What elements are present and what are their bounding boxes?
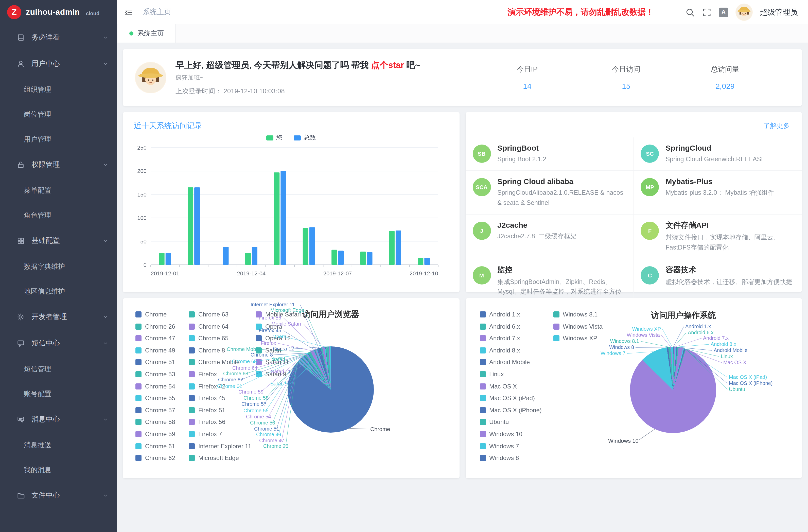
legend-item[interactable]: Windows 8.1 [553,311,603,317]
legend-item[interactable]: Android 8.x [480,347,542,353]
legend-item[interactable]: Opera [256,323,301,329]
legend-item[interactable]: Android 7.x [480,335,542,341]
legend-item[interactable]: Firefox 7 [189,431,251,437]
tech-item-0[interactable]: SBSpringBootSpring Boot 2.1.2 [465,137,634,171]
sidebar-subitem-2-1[interactable]: 角色管理 [0,203,117,228]
legend-item[interactable]: Chrome 64 [189,323,251,329]
tech-item-3[interactable]: MPMybatis-PlusMybatis-plus 3.2.0： Mybati… [634,171,802,215]
legend-label: Windows XP [563,335,597,342]
legend-item[interactable]: Mac OS X (iPad) [480,395,542,401]
profile-avatar[interactable] [135,62,166,93]
sidebar-item-6[interactable]: 消息中心 [0,406,117,433]
tab-home[interactable]: 系统主页 [118,24,176,42]
sidebar-item-5[interactable]: 短信中心 [0,330,117,356]
legend-item[interactable]: Windows Vista [553,323,603,329]
legend-item[interactable]: Firefox 42 [189,383,251,389]
legend-swatch [135,335,142,341]
user-avatar[interactable] [735,3,753,21]
tech-item-5[interactable]: F文件存储API封装文件接口，实现本地存储、阿里云、FastDFS存储的配置化 [634,215,802,259]
legend-item[interactable]: Windows XP [553,335,603,341]
username[interactable]: 超级管理员 [760,7,798,17]
sidebar-item-1[interactable]: 用户中心 [0,51,117,77]
legend-swatch [189,455,195,461]
legend-item[interactable]: Windows 8 [480,455,542,461]
tech-item-4[interactable]: JJ2cacheJ2cache2.7.8: 二级缓存框架 [465,215,634,259]
svg-text:Chrome 49: Chrome 49 [256,432,281,437]
legend-item[interactable]: Chrome 54 [135,383,175,389]
legend-item[interactable]: Android 6.x [480,323,542,329]
legend-item[interactable]: Mac OS X (iPhone) [480,407,542,413]
tech-item-1[interactable]: SCSpringCloudSpring Cloud Greenwich.RELE… [634,137,802,171]
sidebar-subitem-1-0[interactable]: 组织管理 [0,77,117,102]
legend-swatch [553,311,559,317]
legend-item[interactable]: Windows 10 [480,431,542,437]
legend-label: Safari [265,347,281,354]
tech-item-icon: SC [641,145,659,163]
legend-item[interactable]: Chrome 65 [189,335,251,341]
legend-item[interactable]: Safari 11 [256,359,301,365]
book-icon [17,34,25,41]
font-size-icon[interactable] [719,7,728,17]
sidebar-item-0[interactable]: 务必详看 [0,24,117,51]
legend-item[interactable]: Chrome 57 [135,407,175,413]
legend-item[interactable]: Chrome 63 [189,311,251,317]
sidebar-subitem-6-1[interactable]: 我的消息 [0,457,117,482]
star-link[interactable]: 点个star [371,60,404,70]
sidebar-item-4[interactable]: 开发者管理 [0,304,117,330]
legend-item[interactable]: Chrome 8 [189,347,251,353]
legend-item[interactable]: Ubuntu [480,419,542,425]
sidebar-subitem-5-1[interactable]: 账号配置 [0,381,117,406]
legend-item[interactable]: Mac OS X [480,383,542,389]
fullscreen-icon[interactable] [702,7,712,17]
legend-item[interactable]: Chrome 53 [135,371,175,377]
sidebar-item-2[interactable]: 权限管理 [0,152,117,178]
sidebar-item-7[interactable]: 文件中心 [0,482,117,509]
sidebar-subitem-6-0[interactable]: 消息推送 [0,433,117,457]
legend-item[interactable]: Android Mobile [480,359,542,365]
legend-swatch [480,443,486,449]
legend-item[interactable]: Chrome 47 [135,335,175,341]
legend-item[interactable]: Chrome 59 [135,431,175,437]
legend-item[interactable]: Linux [480,371,542,377]
sidebar-subitem-1-1[interactable]: 岗位管理 [0,102,117,127]
sidebar-subitem-2-0[interactable]: 菜单配置 [0,178,117,203]
app-logo[interactable]: Z zuihou-admin cloud [0,0,117,24]
legend-item[interactable]: Firefox [189,371,251,377]
legend-item[interactable]: Chrome 51 [135,359,175,365]
legend-item[interactable]: Firefox 56 [189,419,251,425]
legend-item[interactable]: Chrome Mobile [189,359,251,365]
legend-item[interactable]: Chrome 55 [135,395,175,401]
collapse-menu-icon[interactable] [124,7,133,17]
legend-item[interactable]: Chrome [135,311,175,317]
legend-item[interactable]: Opera 12 [256,335,301,341]
legend-item[interactable]: Firefox 51 [189,407,251,413]
tech-item-title: 文件存储API [666,221,794,230]
legend-item[interactable]: Mobile Safari [256,311,301,317]
sidebar-subitem-5-0[interactable]: 短信管理 [0,356,117,381]
legend-item[interactable]: Chrome 61 [135,443,175,449]
legend-swatch [480,383,486,389]
legend-item[interactable]: Android 1.x [480,311,542,317]
tech-item-2[interactable]: SCASpring Cloud alibabaSpringCloudAlibab… [465,171,634,215]
sidebar-subitem-1-2[interactable]: 用户管理 [0,127,117,152]
sidebar-subitem-3-0[interactable]: 数据字典维护 [0,254,117,279]
legend-item[interactable]: Chrome 49 [135,347,175,353]
os-pie-chart[interactable] [630,347,716,433]
legend-item[interactable]: Windows 7 [480,443,542,449]
learn-more-link[interactable]: 了解更多 [764,121,790,130]
sidebar-item-3[interactable]: 基础配置 [0,228,117,254]
sidebar-subitem-3-1[interactable]: 地区信息维护 [0,279,117,304]
legend-item[interactable]: Chrome 58 [135,419,175,425]
legend-item[interactable]: Internet Explorer 11 [189,443,251,449]
legend-item[interactable]: Microsoft Edge [189,455,251,461]
search-icon[interactable] [685,7,695,17]
legend-item[interactable]: Chrome 26 [135,323,175,329]
greeting-prefix: 早上好, 超级管理员, 今天帮别人解决问题了吗 帮我 [176,60,371,70]
sidebar-item-label: 开发者管理 [32,312,67,322]
stat-label: 今日访问 [577,65,676,74]
legend-item[interactable]: Chrome 62 [135,455,175,461]
svg-text:50: 50 [141,238,147,245]
legend-item[interactable]: Safari [256,347,301,353]
legend-item[interactable]: Firefox 45 [189,395,251,401]
browser-pie-chart[interactable] [288,346,374,433]
